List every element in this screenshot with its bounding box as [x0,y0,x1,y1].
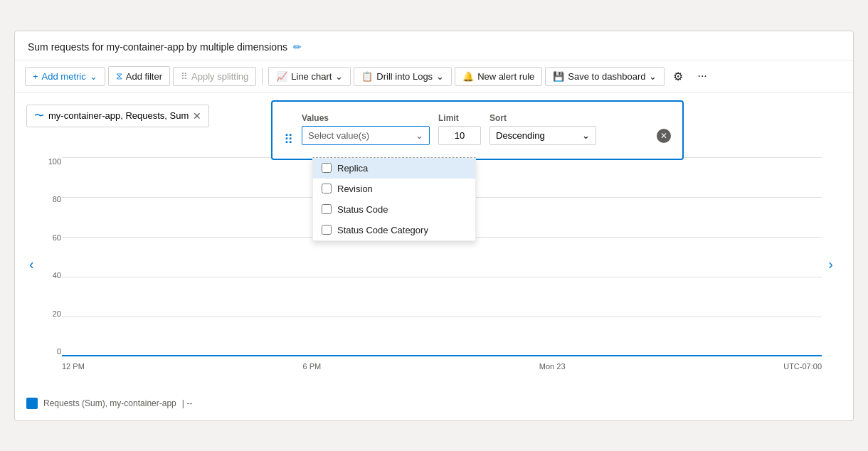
limit-field-group: Limit [438,113,481,145]
x-label-6pm: 6 PM [302,362,321,371]
checkbox-replica[interactable] [322,163,332,173]
splitting-panel: ⠿ Values Select value(s) ⌄ Re [271,100,684,160]
separator-1 [262,68,263,85]
y-label-0: 0 [36,347,61,356]
fields-container: Values Select value(s) ⌄ Replica [302,113,648,145]
split-dots-icon: ⠿ [181,71,188,82]
sort-value: Descending [496,130,545,141]
title-bar: Sum requests for my-container-app by mul… [15,31,853,60]
values-dropdown: Replica Revision Status Code [312,157,476,241]
y-label-60: 60 [36,233,61,242]
dropdown-label-revision: Revision [337,184,373,194]
dropdown-label-status-code: Status Code [337,204,388,215]
chevron-down-icon-2: ⌄ [335,71,343,82]
add-filter-button[interactable]: ⧖ Add filter [108,66,170,86]
chevron-down-icon: ⌄ [90,71,97,82]
sort-label: Sort [489,113,596,123]
main-window: Sum requests for my-container-app by mul… [14,31,854,421]
values-label: Values [302,113,430,123]
grid-line-40 [62,277,822,277]
dropdown-label-status-code-category: Status Code Category [337,225,428,235]
toolbar: + Add metric ⌄ ⧖ Add filter ⠿ Apply spli… [15,60,853,93]
filter-icon: ⧖ [116,70,122,82]
limit-label: Limit [438,113,481,123]
remove-metric-button[interactable]: ✕ [193,110,201,122]
values-select[interactable]: Select value(s) ⌄ [302,126,430,145]
x-axis: 12 PM 6 PM Mon 23 UTC-07:00 [62,362,822,371]
splitting-icon: ⠿ [284,132,293,147]
legend-color [26,398,38,409]
metric-text: my-container-app, Requests, Sum [48,110,189,121]
save-icon: 💾 [553,71,564,82]
x-label-utc: UTC-07:00 [783,362,822,371]
logs-icon: 📋 [361,71,373,82]
y-label-100: 100 [36,157,61,166]
dropdown-label-replica: Replica [337,163,368,174]
line-chart-icon: 📈 [276,71,287,82]
legend-separator: | -- [182,398,192,408]
apply-splitting-button[interactable]: ⠿ Apply splitting [173,67,256,86]
limit-input[interactable] [438,126,481,145]
dropdown-item-status-code[interactable]: Status Code [313,199,475,220]
dropdown-item-status-code-category[interactable]: Status Code Category [313,220,475,240]
content-area: 〜 my-container-app, Requests, Sum ✕ ⠿ Va… [15,93,853,420]
chevron-down-icon-4: ⌄ [649,71,657,82]
x-label-12pm: 12 PM [62,362,85,371]
legend-text: Requests (Sum), my-container-app [43,398,176,408]
add-metric-button[interactable]: + Add metric ⌄ [25,67,105,86]
dropdown-item-revision[interactable]: Revision [313,179,475,199]
values-chevron-icon: ⌄ [416,130,423,141]
page-title: Sum requests for my-container-app by mul… [28,41,287,53]
chart-next-button[interactable]: › [825,253,836,275]
y-axis: 100 80 60 40 20 0 [36,157,61,356]
drill-into-logs-button[interactable]: 📋 Drill into Logs ⌄ [354,67,452,86]
zero-line [62,355,822,356]
more-options-button[interactable]: ··· [692,66,712,86]
y-label-20: 20 [36,309,61,318]
x-label-mon23: Mon 23 [539,362,566,371]
settings-button[interactable]: ⚙ [667,66,689,87]
checkbox-status-code[interactable] [322,204,332,214]
edit-icon[interactable]: ✏ [293,41,302,53]
more-icon: ··· [697,70,706,83]
chevron-down-icon-3: ⌄ [436,71,444,82]
alert-icon: 🔔 [462,71,474,82]
metric-pill: 〜 my-container-app, Requests, Sum ✕ [26,105,209,127]
grid-line-20 [62,317,822,317]
dropdown-item-replica[interactable]: Replica [313,158,475,179]
values-placeholder: Select value(s) [308,130,369,141]
plus-icon: + [33,71,38,82]
checkbox-status-code-category[interactable] [322,225,332,235]
legend: Requests (Sum), my-container-app | -- [26,398,192,409]
values-field-group: Values Select value(s) ⌄ Replica [302,113,430,145]
gear-icon: ⚙ [673,70,683,83]
sort-select[interactable]: Descending ⌄ [489,126,596,145]
save-to-dashboard-button[interactable]: 💾 Save to dashboard ⌄ [545,67,665,86]
sort-field-group: Sort Descending ⌄ [489,113,596,145]
line-chart-button[interactable]: 📈 Line chart ⌄ [268,67,351,86]
chart-prev-button[interactable]: ‹ [26,253,37,275]
checkbox-revision[interactable] [322,184,332,193]
new-alert-rule-button[interactable]: 🔔 New alert rule [455,67,542,86]
y-label-40: 40 [36,271,61,280]
close-splitting-button[interactable]: ✕ [657,129,671,143]
sort-chevron-icon: ⌄ [582,130,590,141]
metric-icon: 〜 [34,110,44,122]
y-label-80: 80 [36,195,61,203]
